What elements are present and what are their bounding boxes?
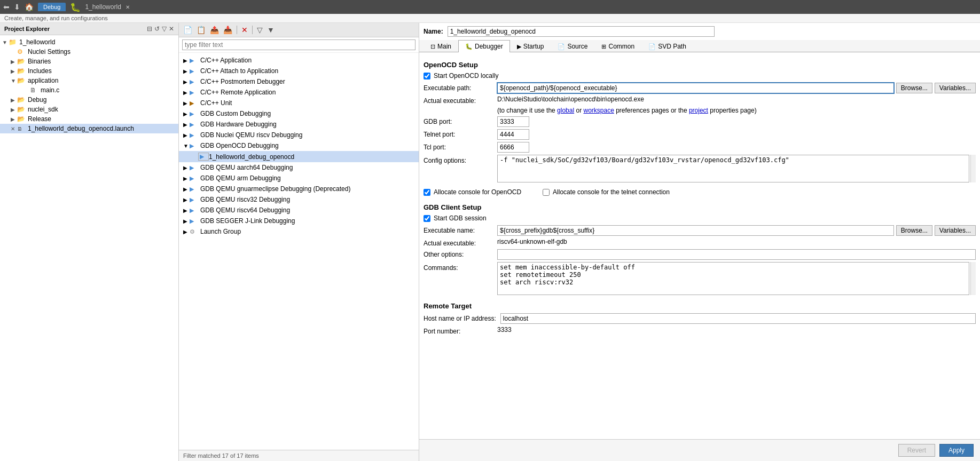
tab-debugger[interactable]: 🐛 Debugger xyxy=(458,40,510,52)
executable-path-input[interactable] xyxy=(497,83,894,93)
bug-icon[interactable]: 🐛 xyxy=(70,2,81,12)
start-openocd-checkbox[interactable] xyxy=(424,73,430,80)
filter-icon[interactable]: ▽ xyxy=(162,25,167,33)
tab-main-label: Main xyxy=(437,43,451,50)
launch-item-gdb-segger[interactable]: ▶ ▶ GDB SEGGER J-Link Debugging xyxy=(179,216,419,226)
global-link[interactable]: global xyxy=(557,107,574,114)
launch-item-cpp-unit[interactable]: ▶ ▶ C/C++ Unit xyxy=(179,98,419,108)
new-config-icon[interactable]: 📄 xyxy=(182,25,193,35)
tree-label-debug: Debug xyxy=(28,96,46,104)
cpp-attach-arrow: ▶ xyxy=(183,68,190,74)
exec-browse-btn[interactable]: Browse... xyxy=(896,225,932,236)
launch-item-gdb-qemu-rv64[interactable]: ▶ ▶ GDB QEMU riscv64 Debugging xyxy=(179,205,419,216)
launch-item-gdb-hw[interactable]: ▶ ▶ GDB Hardware Debugging xyxy=(179,119,419,130)
launch-item-cpp-postmortem[interactable]: ▶ ▶ C/C++ Postmortem Debugger xyxy=(179,76,419,87)
delete-icon[interactable]: ✕ xyxy=(240,25,249,35)
home-icon[interactable]: 🏠 xyxy=(25,3,34,11)
revert-button[interactable]: Revert xyxy=(898,444,935,457)
tab-svdpath[interactable]: 📄 SVD Path xyxy=(641,40,693,52)
tree-item-release[interactable]: ▶ 📂 Release xyxy=(0,114,178,124)
launch-item-gdb-openocd[interactable]: ▼ ▶ GDB OpenOCD Debugging xyxy=(179,140,419,151)
tree-item-nuclei-settings[interactable]: ⚙ Nuclei Settings xyxy=(0,47,178,57)
nav-forward-icon[interactable]: ⬇ xyxy=(14,3,20,11)
launch-item-cpp-app[interactable]: ▶ ▶ C/C++ Application xyxy=(179,55,419,66)
launch-item-gdb-nuclei-qemu[interactable]: ▶ ▶ GDB Nuclei QEMU riscv Debugging xyxy=(179,130,419,140)
launch-item-gdb-custom[interactable]: ▶ ▶ GDB Custom Debugging xyxy=(179,108,419,119)
gdb-actual-executable-value: riscv64-unknown-elf-gdb xyxy=(497,238,976,245)
project-link[interactable]: project xyxy=(689,107,708,114)
filter-input[interactable] xyxy=(182,39,415,50)
export-icon[interactable]: 📤 xyxy=(209,25,220,35)
import-icon[interactable]: 📥 xyxy=(222,25,233,35)
helloworld-openocd-label: 1_helloworld_debug_openocd xyxy=(209,153,294,161)
tree-item-nuclei-sdk[interactable]: ▶ 📂 nuclei_sdk xyxy=(0,105,178,114)
executable-variables-btn[interactable]: Variables... xyxy=(935,83,976,93)
tree-item-mainc[interactable]: 🗎 main.c xyxy=(0,85,178,95)
other-options-input[interactable] xyxy=(497,249,976,260)
executable-browse-btn[interactable]: Browse... xyxy=(896,83,932,93)
launch-item-launch-group[interactable]: ▶ ⚙ Launch Group xyxy=(179,226,419,237)
subtitle-bar: Create, manage, and run configurations xyxy=(0,14,980,23)
exec-variables-btn[interactable]: Variables... xyxy=(935,225,976,236)
allocate-console-checkbox[interactable] xyxy=(424,189,430,196)
filter-dropdown-icon[interactable]: ▼ xyxy=(266,25,276,35)
tree-item-launch[interactable]: ✕ 🗎 1_helloworld_debug_openocd.launch xyxy=(0,124,178,133)
new-config2-icon[interactable]: 📋 xyxy=(195,25,207,35)
allocate-telnet-checkbox[interactable] xyxy=(543,189,550,196)
commands-textarea[interactable]: set mem inaccessible-by-default off set … xyxy=(497,262,969,295)
close-sidebar-icon[interactable]: ✕ xyxy=(169,25,174,33)
config-options-scrollbar[interactable] xyxy=(970,155,976,182)
launch-item-cpp-remote[interactable]: ▶ ▶ C/C++ Remote Application xyxy=(179,87,419,98)
tab-common[interactable]: ⊞ Common xyxy=(594,40,641,52)
exec-name-input[interactable] xyxy=(497,225,894,236)
filter-icon2[interactable]: ▽ xyxy=(256,25,264,35)
tab-main[interactable]: ⊡ Main xyxy=(424,40,458,52)
helloworld-openocd-icon: ▶ xyxy=(198,153,209,161)
telnet-port-input[interactable] xyxy=(497,129,529,140)
tab-startup[interactable]: ▶ Startup xyxy=(510,40,551,52)
sync-icon[interactable]: ↺ xyxy=(154,25,160,33)
launch-item-cpp-attach[interactable]: ▶ ▶ C/C++ Attach to Application xyxy=(179,66,419,76)
gdb-custom-arrow: ▶ xyxy=(183,111,190,117)
launch-item-gdb-qemu-rv32[interactable]: ▶ ▶ GDB QEMU riscv32 Debugging xyxy=(179,194,419,205)
gdb-hw-label: GDB Hardware Debugging xyxy=(200,121,277,128)
gdb-port-input[interactable] xyxy=(497,116,529,127)
preferences-text: preferences pages or the xyxy=(616,107,689,114)
launch-item-gdb-qemu-arm[interactable]: ▶ ▶ GDB QEMU arm Debugging xyxy=(179,173,419,184)
launch-file-icon: 🗎 xyxy=(17,126,27,132)
telnet-port-row: Telnet port: xyxy=(424,129,976,140)
launch-item-helloworld-openocd[interactable]: ▶ 1_helloworld_debug_openocd xyxy=(179,151,419,162)
config-name-input[interactable] xyxy=(448,26,715,37)
config-options-textarea[interactable]: -f "nuclei_sdk/SoC/gd32vf103/Board/gd32v… xyxy=(497,155,969,182)
tree-item-includes[interactable]: ▶ 📂 Includes xyxy=(0,66,178,76)
gdb-custom-icon: ▶ xyxy=(190,110,200,117)
tab-source[interactable]: 📄 Source xyxy=(551,40,594,52)
launch-item-gdb-qemu-gnu[interactable]: ▶ ▶ GDB QEMU gnuarmeclipse Debugging (De… xyxy=(179,184,419,194)
project-explorer-panel: Project Explorer ⊟ ↺ ▽ ✕ ▼ 📁 1_helloworl… xyxy=(0,23,179,461)
tree-label-includes: Includes xyxy=(28,67,52,75)
nav-back-icon[interactable]: ⬅ xyxy=(3,3,10,11)
gdb-qemu-rv32-label: GDB QEMU riscv32 Debugging xyxy=(200,196,290,203)
gdb-port-label: GDB port: xyxy=(424,116,493,125)
launch-item-gdb-qemu-aarch64[interactable]: ▶ ▶ GDB QEMU aarch64 Debugging xyxy=(179,162,419,173)
tree-item-binaries[interactable]: ▶ 📂 Binaries xyxy=(0,57,178,66)
tree-item-application[interactable]: ▼ 📂 application xyxy=(0,76,178,85)
start-gdb-checkbox[interactable] xyxy=(424,215,430,222)
tree-item-debug[interactable]: ▶ 📂 Debug xyxy=(0,95,178,105)
apply-button[interactable]: Apply xyxy=(939,444,974,457)
exec-name-row: Executable name: Browse... Variables... xyxy=(424,225,976,236)
executable-path-row: Executable path: Browse... Variables... xyxy=(424,83,976,93)
debug-tab[interactable]: Debug xyxy=(38,3,66,11)
config-options-row: Config options: -f "nuclei_sdk/SoC/gd32v… xyxy=(424,155,976,184)
tab-main-icon: ⊡ xyxy=(430,43,435,50)
tcl-port-input[interactable] xyxy=(497,142,529,153)
debug-folder-icon: 📂 xyxy=(17,96,27,104)
host-input[interactable] xyxy=(500,313,976,324)
collapse-icon[interactable]: ⊟ xyxy=(147,25,152,33)
gdb-actual-executable-row: Actual executable: riscv64-unknown-elf-g… xyxy=(424,238,976,247)
tree-item-1helloworld[interactable]: ▼ 📁 1_helloworld xyxy=(0,37,178,47)
close-tab-icon[interactable]: ✕ xyxy=(126,4,130,10)
bottom-buttons: Revert Apply xyxy=(419,439,980,461)
workspace-link[interactable]: workspace xyxy=(583,107,614,114)
commands-scrollbar[interactable] xyxy=(970,262,976,295)
